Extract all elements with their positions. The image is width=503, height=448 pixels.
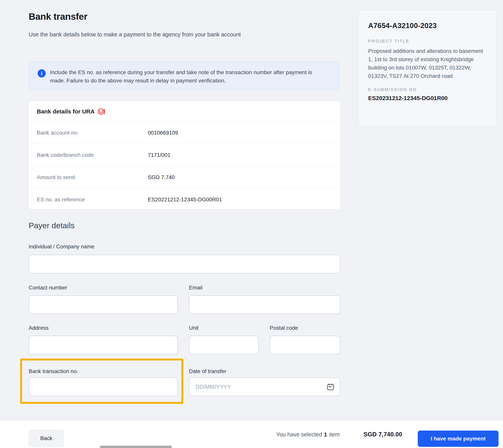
selection-count: 1 — [324, 431, 327, 438]
bank-row-account: Bank account no. 0010669109 — [29, 121, 340, 144]
bank-row-label: Bank account no. — [37, 130, 79, 136]
submission-summary-card: A7654-A32100-2023 PROJECT TITLE Proposed… — [358, 10, 496, 127]
horizontal-scrollbar-thumb[interactable] — [100, 446, 172, 448]
unit-input[interactable] — [189, 336, 259, 354]
email-field-label: Email — [189, 285, 202, 291]
back-button[interactable]: Back — [29, 429, 64, 447]
date-of-transfer-field — [189, 378, 340, 396]
email-input[interactable] — [189, 295, 340, 314]
address-input[interactable] — [29, 336, 178, 354]
total-amount: SGD 7,740.00 — [364, 420, 402, 448]
calendar-icon[interactable] — [327, 383, 335, 391]
page-subtitle: Use the bank details below to make a pay… — [29, 31, 241, 38]
bank-row-label: Amount to send — [37, 174, 75, 180]
project-title-text: Proposed additions and alterations to ba… — [368, 47, 486, 80]
ura-logo-icon — [98, 108, 106, 115]
bank-details-card: Bank details for URA Bank account no. 00… — [29, 101, 340, 209]
info-banner-text: Include the ES no. as reference during y… — [50, 68, 327, 85]
address-field-label: Address — [29, 325, 49, 331]
bank-row-amount: Amount to send SGD 7,740 — [29, 166, 340, 188]
bank-row-value: SGD 7,740 — [148, 174, 175, 180]
unit-field-label: Unit — [189, 325, 199, 331]
info-icon: i — [38, 69, 46, 78]
contact-field-label: Contact number — [29, 285, 67, 291]
selection-summary: You have selected 1 item — [276, 420, 340, 448]
bank-row-value: 0010669109 — [148, 130, 178, 136]
bank-row-label: Bank code/branch code — [37, 152, 94, 158]
bank-details-title: Bank details for URA — [37, 108, 95, 115]
postal-code-field-label: Postal code — [270, 325, 298, 331]
selection-prefix: You have selected — [276, 431, 322, 438]
bank-row-value: 7171/001 — [148, 152, 170, 158]
bank-transaction-input[interactable] — [29, 378, 178, 396]
payer-details-heading: Payer details — [29, 221, 75, 230]
bank-transfer-page: Bank transfer Use the bank details below… — [0, 0, 503, 448]
bank-row-reference: ES no. as reference ES20221212-12345-DG0… — [29, 188, 340, 210]
name-input[interactable] — [29, 255, 340, 273]
selection-suffix: item — [329, 431, 340, 438]
date-of-transfer-field-label: Date of transfer — [189, 368, 226, 374]
made-payment-button[interactable]: I have made payment — [418, 431, 499, 447]
application-reference-no: A7654-A32100-2023 — [368, 22, 486, 30]
date-of-transfer-input[interactable] — [189, 378, 340, 396]
bank-transaction-field-label: Bank transaction no. — [29, 368, 78, 374]
postal-code-input[interactable] — [270, 336, 340, 354]
name-field-label: Individual / Company name — [29, 243, 94, 250]
esubmission-no: ES20231212-12345-DG01R00 — [368, 95, 486, 101]
info-banner: i Include the ES no. as reference during… — [29, 62, 339, 90]
footer-action-bar: Back You have selected 1 item SGD 7,740.… — [0, 420, 503, 448]
bank-row-code: Bank code/branch code 7171/001 — [29, 144, 340, 166]
bank-details-header: Bank details for URA — [29, 101, 340, 121]
esubmission-label: E-SUBMISSION NO — [368, 87, 486, 92]
contact-input[interactable] — [29, 295, 178, 314]
page-title: Bank transfer — [29, 11, 87, 22]
project-title-label: PROJECT TITLE — [368, 39, 486, 44]
bank-row-label: ES no. as reference — [37, 196, 85, 203]
bank-row-value: ES20221212-12345-DG00R01 — [148, 196, 222, 203]
